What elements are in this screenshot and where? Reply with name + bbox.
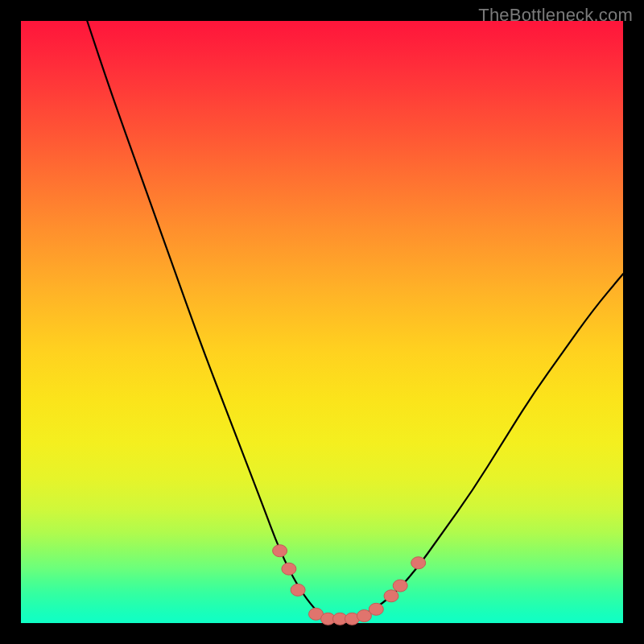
curve-markers <box>273 545 426 625</box>
curve-marker <box>273 545 287 557</box>
curve-marker <box>282 563 296 575</box>
attribution-text: TheBottleneck.com <box>478 5 633 26</box>
chart-svg <box>21 21 623 623</box>
curve-marker <box>393 580 407 592</box>
curve-marker <box>411 557 426 569</box>
curve-marker <box>291 584 305 596</box>
bottleneck-curve <box>87 21 623 620</box>
chart-frame: TheBottleneck.com <box>0 0 644 644</box>
curve-marker <box>369 603 383 615</box>
chart-plot-area <box>21 21 623 623</box>
curve-marker <box>384 590 398 602</box>
